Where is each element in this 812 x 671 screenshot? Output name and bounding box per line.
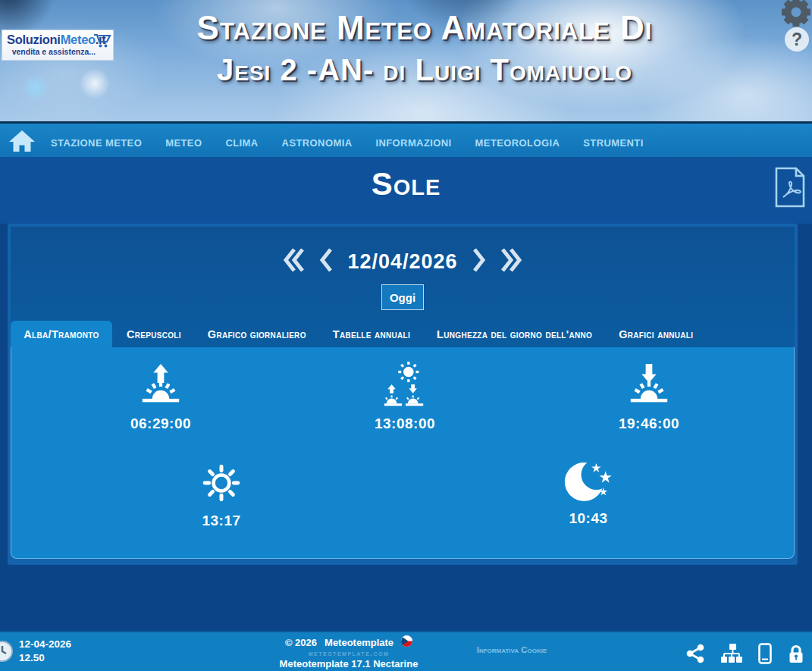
current-date: 12/04/2026 <box>347 250 457 274</box>
alba-tramonto-content: 06:29:00 <box>11 347 795 559</box>
nav-item-stazione-meteo[interactable]: STAZIONE METEO <box>51 137 142 149</box>
chevron-right-icon[interactable] <box>471 246 486 277</box>
tab-lunghezza-giorno[interactable]: Lunghezza del giorno dell'anno <box>437 328 592 340</box>
site-link[interactable]: meteotemplate.com <box>205 649 493 657</box>
mobile-icon[interactable] <box>758 643 772 667</box>
tab-grafico-giornaliero[interactable]: Grafico giornaliero <box>208 328 306 340</box>
nav-item-informazioni[interactable]: INFORMAZIONI <box>375 137 451 149</box>
nav-item-clima[interactable]: CLIMA <box>225 137 258 149</box>
footer-time: 12.50 <box>19 651 71 665</box>
sunset-time: 19:46:00 <box>566 415 732 432</box>
question-mark-icon[interactable]: ? <box>784 27 810 55</box>
chevron-left-icon[interactable] <box>319 246 334 277</box>
brand-link[interactable]: Meteotemplate <box>324 637 393 648</box>
footer-credits: © 2026 Meteotemplate meteotemplate.com M… <box>205 635 493 669</box>
tab-grafici-annuali[interactable]: Grafici annuali <box>619 328 693 340</box>
date-navigation: 12/04/2026 <box>11 246 795 277</box>
sunrise-icon <box>137 397 184 410</box>
today-button[interactable]: Oggi <box>381 284 424 310</box>
nav-item-meteorologia[interactable]: METEOROLOGIA <box>475 137 560 149</box>
sunrise-time: 06:29:00 <box>77 415 244 432</box>
template-version: Meteotemplate 17.1 Nectarine <box>205 658 493 669</box>
header-sky-banner: SoluzioniMeteo.it vendita e assistenza..… <box>0 0 812 121</box>
solar-noon-time: 13:08:00 <box>321 415 488 432</box>
solar-noon-block: 13:08:00 <box>321 361 488 432</box>
night-length-block: 10:43 <box>505 461 672 527</box>
footer-icons <box>685 643 804 667</box>
share-icon[interactable] <box>685 644 705 666</box>
page-title-band: Sole <box>0 157 812 224</box>
main-navbar: STAZIONE METEO METEO CLIMA ASTRONOMIA IN… <box>0 121 812 157</box>
night-length-value: 10:43 <box>505 510 672 527</box>
cookie-policy-link[interactable]: Informativa Cookie <box>455 645 569 654</box>
day-length-value: 13:17 <box>138 513 305 529</box>
double-chevron-left-icon[interactable] <box>282 246 306 277</box>
day-length-sun-icon <box>199 494 243 507</box>
nav-item-astronomia[interactable]: ASTRONOMIA <box>282 137 353 149</box>
home-icon[interactable] <box>8 130 36 155</box>
sun-tabs: Alba/Tramonto Crepuscoli Grafico giornal… <box>11 321 795 347</box>
gear-icon[interactable] <box>781 0 811 30</box>
sunset-icon <box>625 397 672 410</box>
sun-data-panel: 12/04/2026 Oggi Alba/Tramonto Crepuscoli <box>8 224 798 565</box>
copyright-text: © 2026 <box>285 637 317 648</box>
tab-crepuscoli[interactable]: Crepuscoli <box>127 328 181 340</box>
night-length-moon-icon <box>563 492 614 505</box>
sitemap-icon[interactable] <box>721 644 742 666</box>
sunset-block: 19:46:00 <box>566 361 732 432</box>
weather-station-page: SoluzioniMeteo.it vendita e assistenza..… <box>0 0 812 671</box>
tab-tabelle-annuali[interactable]: Tabelle annuali <box>333 328 410 340</box>
czech-flag-icon <box>401 635 412 649</box>
clock-icon <box>0 640 14 666</box>
footer-datetime: 12-04-2026 12.50 <box>19 638 71 664</box>
lock-icon[interactable] <box>788 644 804 667</box>
nav-item-meteo[interactable]: METEO <box>165 137 202 149</box>
double-chevron-right-icon[interactable] <box>499 246 523 277</box>
solar-noon-icon <box>381 397 428 410</box>
pdf-download-icon[interactable] <box>773 167 807 211</box>
day-length-block: 13:17 <box>138 461 305 529</box>
tab-alba-tramonto[interactable]: Alba/Tramonto <box>11 321 112 347</box>
footer-date: 12-04-2026 <box>19 638 71 651</box>
station-title-line1: Stazione Meteo Amatoriale Di <box>45 9 804 47</box>
nav-menu: STAZIONE METEO METEO CLIMA ASTRONOMIA IN… <box>51 126 644 159</box>
station-title-line2: Jesi 2 -AN- di Luigi Tomaiuolo <box>45 53 804 87</box>
sunrise-block: 06:29:00 <box>77 361 244 432</box>
nav-item-strumenti[interactable]: STRUMENTI <box>583 137 643 149</box>
footer-bar: 12-04-2026 12.50 © 2026 Meteotemplate me… <box>0 631 812 671</box>
svg-text:?: ? <box>792 30 802 49</box>
page-title: Sole <box>0 166 812 202</box>
